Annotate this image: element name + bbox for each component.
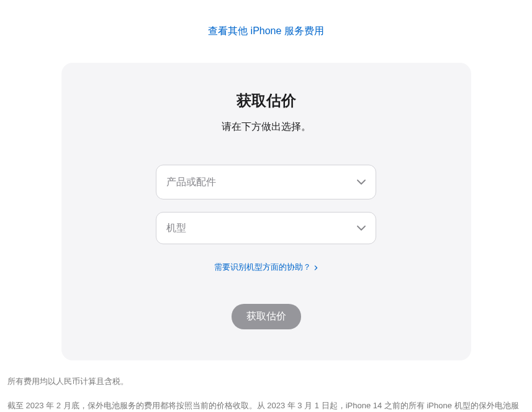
- get-estimate-button[interactable]: 获取估价: [232, 304, 301, 329]
- product-select-label: 产品或配件: [166, 176, 216, 189]
- card-title: 获取估价: [86, 91, 446, 111]
- help-link-label: 需要识别机型方面的协助？: [214, 262, 311, 273]
- identify-model-help-link[interactable]: 需要识别机型方面的协助？: [214, 262, 318, 273]
- footer-tax-note: 所有费用均以人民币计算且含税。: [7, 376, 525, 387]
- chevron-right-icon: [313, 263, 318, 272]
- view-other-services-link[interactable]: 查看其他 iPhone 服务费用: [6, 25, 526, 38]
- model-select-label: 机型: [166, 222, 186, 235]
- chevron-down-icon: [357, 180, 366, 185]
- model-select-wrapper: 机型: [156, 212, 376, 244]
- model-select[interactable]: 机型: [156, 212, 376, 244]
- footer-notes: 所有费用均以人民币计算且含税。 截至 2023 年 2 月底，保外电池服务的费用…: [6, 376, 526, 412]
- product-select-wrapper: 产品或配件: [156, 165, 376, 199]
- footer-price-note: 截至 2023 年 2 月底，保外电池服务的费用都将按照当前的价格收取。从 20…: [7, 398, 525, 412]
- chevron-down-icon: [357, 226, 366, 231]
- product-select[interactable]: 产品或配件: [156, 165, 376, 199]
- card-subtitle: 请在下方做出选择。: [86, 121, 446, 134]
- estimate-card: 获取估价 请在下方做出选择。 产品或配件 机型: [61, 63, 471, 360]
